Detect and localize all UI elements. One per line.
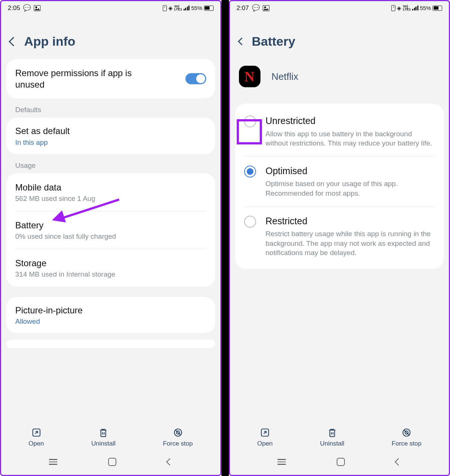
radio-optimised[interactable] — [244, 166, 256, 177]
highlight-annotation — [237, 119, 262, 144]
toggle-switch[interactable] — [185, 73, 206, 84]
bottom-action-bar: Open Uninstall Force stop — [1, 421, 220, 450]
open-label: Open — [257, 440, 273, 447]
wifi-icon: ◈ — [168, 5, 173, 12]
uninstall-button[interactable]: Uninstall — [91, 427, 116, 447]
set-default-row[interactable]: Set as default In this app — [6, 118, 215, 154]
wifi-icon: ◈ — [397, 5, 401, 12]
remove-permissions-label: Remove permissions if app is unused — [15, 67, 156, 90]
chat-icon: 💬 — [252, 4, 260, 12]
force-stop-label: Force stop — [163, 440, 192, 447]
next-card-peek[interactable] — [6, 340, 215, 348]
storage-title: Storage — [15, 257, 206, 269]
app-identity-row: N Netflix — [230, 59, 449, 104]
open-button[interactable]: Open — [29, 427, 44, 447]
force-stop-button[interactable]: Force stop — [392, 427, 421, 447]
radio-restricted[interactable] — [244, 216, 256, 228]
trash-icon — [98, 427, 109, 438]
section-defaults: Defaults — [6, 98, 215, 118]
remove-permissions-row[interactable]: Remove permissions if app is unused — [6, 59, 215, 98]
battery-sub: 0% used since last fully charged — [15, 232, 206, 241]
battery-percent: 55% — [191, 5, 202, 11]
phone-right: 2:07 💬 ⌃ ◈ Vo) LTE1 55% Battery N Netfli… — [229, 0, 450, 476]
page-title: App info — [24, 34, 75, 49]
stop-icon — [173, 427, 183, 438]
chat-icon: 💬 — [23, 4, 31, 12]
back-icon[interactable] — [237, 38, 245, 45]
lte-icon: Vo) LTE1 — [174, 5, 182, 10]
nav-back-icon[interactable] — [395, 458, 402, 466]
storage-sub: 314 MB used in Internal storage — [15, 270, 206, 278]
open-icon — [260, 427, 270, 438]
back-icon[interactable] — [9, 37, 18, 46]
bottom-action-bar: Open Uninstall Force stop — [230, 421, 449, 450]
time-label: 2:07 — [237, 4, 249, 12]
force-stop-button[interactable]: Force stop — [163, 427, 192, 447]
restricted-title: Restricted — [266, 215, 435, 227]
uninstall-label: Uninstall — [91, 440, 116, 447]
battery-row[interactable]: Battery 0% used since last fully charged — [15, 211, 206, 249]
nav-bar — [1, 450, 220, 475]
restricted-desc: Restrict battery usage while this app is… — [266, 229, 435, 258]
uninstall-label: Uninstall — [320, 440, 344, 447]
storage-row[interactable]: Storage 314 MB used in Internal storage — [15, 249, 206, 287]
pip-title: Picture-in-picture — [15, 304, 206, 316]
time-label: 2:05 — [8, 4, 20, 12]
nav-home-icon[interactable] — [108, 458, 116, 466]
image-icon — [34, 5, 41, 11]
uninstall-button[interactable]: Uninstall — [320, 427, 344, 447]
mobile-data-title: Mobile data — [15, 182, 206, 193]
status-bar: 2:05 💬 ⌃ ◈ Vo) LTE1 55% — [1, 1, 220, 13]
pip-sub: Allowed — [15, 317, 206, 326]
signal-icon — [184, 6, 190, 10]
nav-bar — [230, 450, 449, 475]
open-icon — [31, 427, 42, 438]
battery-percent: 55% — [420, 5, 431, 11]
battery-icon — [204, 6, 214, 11]
battery-saver-icon: ⌃ — [163, 5, 167, 11]
phone-left: 2:05 💬 ⌃ ◈ Vo) LTE1 55% App info Remove … — [0, 0, 221, 476]
mobile-data-row[interactable]: Mobile data 562 MB used since 1 Aug — [15, 173, 206, 211]
pip-row[interactable]: Picture-in-picture Allowed — [6, 297, 215, 333]
open-button[interactable]: Open — [257, 427, 273, 447]
lte-icon: Vo) LTE1 — [403, 5, 411, 10]
open-label: Open — [29, 440, 44, 447]
set-default-title: Set as default — [15, 125, 206, 137]
netflix-app-icon: N — [239, 66, 260, 87]
set-default-sub: In this app — [15, 138, 206, 147]
option-optimised[interactable]: Optimised Optimise based on your usage o… — [244, 157, 435, 206]
page-header: App info — [1, 13, 220, 59]
app-name-label: Netflix — [272, 71, 298, 82]
unrestricted-desc: Allow this app to use battery in the bac… — [266, 129, 435, 148]
option-unrestricted[interactable]: Unrestricted Allow this app to use batte… — [244, 107, 435, 156]
image-icon — [263, 5, 269, 11]
page-title: Battery — [252, 34, 295, 49]
status-bar: 2:07 💬 ⌃ ◈ Vo) LTE1 55% — [230, 1, 449, 13]
nav-home-icon[interactable] — [337, 458, 345, 466]
force-stop-label: Force stop — [392, 440, 421, 447]
mobile-data-sub: 562 MB used since 1 Aug — [15, 195, 206, 203]
nav-back-icon[interactable] — [166, 458, 174, 466]
signal-icon — [412, 6, 418, 10]
battery-saver-icon: ⌃ — [391, 5, 395, 11]
nav-recent-icon[interactable] — [278, 459, 286, 465]
stop-icon — [401, 427, 412, 438]
option-restricted[interactable]: Restricted Restrict battery usage while … — [244, 207, 435, 266]
section-usage: Usage — [6, 154, 215, 173]
unrestricted-title: Unrestricted — [266, 115, 435, 127]
trash-icon — [327, 427, 337, 438]
battery-icon — [433, 6, 442, 11]
nav-recent-icon[interactable] — [49, 459, 57, 465]
battery-title: Battery — [15, 219, 206, 231]
optimised-desc: Optimise based on your usage of this app… — [266, 179, 435, 198]
optimised-title: Optimised — [266, 165, 435, 177]
page-header: Battery — [230, 13, 449, 59]
